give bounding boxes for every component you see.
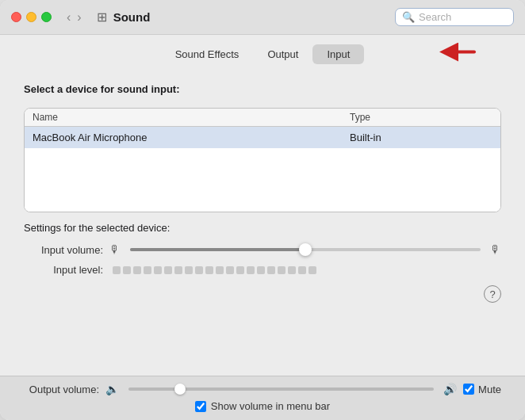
level-dot-12 [226,266,234,274]
input-level-row: Input level: [24,264,501,276]
table-row[interactable]: MacBook Air Microphone Built-in [25,127,500,148]
level-dot-1 [113,266,121,274]
output-volume-thumb[interactable] [174,384,186,395]
level-dot-11 [216,266,224,274]
vol-high-icon: 🔊 [443,383,457,395]
level-dot-4 [144,266,151,274]
settings-section: Settings for the selected device: Input … [24,222,501,303]
search-box[interactable]: 🔍 [395,8,514,26]
show-volume-checkbox[interactable] [195,401,206,412]
back-button[interactable]: ‹ [64,11,73,24]
help-row: ? [24,285,501,303]
input-volume-track[interactable] [130,248,481,251]
level-dot-20 [308,266,316,274]
vol-low-icon: 🔈 [105,383,119,395]
maximize-button[interactable] [41,12,52,22]
input-volume-row: Input volume: 🎙 🎙 [24,243,501,256]
help-button[interactable]: ? [484,285,501,303]
output-volume-row: Output volume: 🔈 🔊 Mute [24,383,501,395]
level-dot-8 [185,266,193,274]
level-dot-7 [174,266,182,274]
output-volume-track[interactable] [128,388,434,391]
tab-output[interactable]: Output [253,44,312,64]
minimize-button[interactable] [26,12,36,22]
level-dot-2 [123,266,131,274]
level-dot-13 [236,266,244,274]
level-dot-14 [247,266,255,274]
table-header: Name Type [25,109,500,127]
menubar-label: Show volume in menu bar [211,400,330,412]
mute-row: Mute [463,384,501,395]
search-icon: 🔍 [402,11,415,23]
input-volume-label: Input volume: [24,244,103,256]
forward-button[interactable]: › [75,11,83,24]
device-name-cell: MacBook Air Microphone [33,132,350,143]
main-window: ‹ › ⊞ Sound 🔍 Sound Effects Output Input [0,0,525,420]
tabs-row: Sound Effects Output Input [0,35,525,71]
col-type-header: Type [350,112,492,123]
content-area: Select a device for sound input: Name Ty… [0,71,525,376]
level-dot-9 [195,266,203,274]
device-section-title: Select a device for sound input: [24,83,501,95]
level-dot-15 [257,266,265,274]
level-dot-17 [278,266,285,274]
bottom-bar: Output volume: 🔈 🔊 Mute Show volume in m… [0,376,525,420]
level-dot-10 [205,266,213,274]
search-input[interactable] [419,11,506,23]
level-dot-19 [298,266,306,274]
tab-sound-effects[interactable]: Sound Effects [161,44,254,64]
mic-small-icon: 🎙 [109,243,121,256]
grid-icon[interactable]: ⊞ [97,10,107,25]
device-table: Name Type MacBook Air Microphone Built-i… [24,108,501,212]
settings-title: Settings for the selected device: [24,222,501,234]
device-type-cell: Built-in [350,132,492,143]
tab-input[interactable]: Input [312,44,364,64]
mute-checkbox[interactable] [463,384,474,395]
arrow-icon [439,40,477,63]
nav-buttons: ‹ › [64,11,84,24]
input-volume-thumb[interactable] [299,243,312,256]
level-dot-18 [288,266,296,274]
mute-label: Mute [478,384,501,395]
output-volume-label: Output volume: [24,384,99,395]
level-dot-16 [267,266,275,274]
close-button[interactable] [11,12,21,22]
titlebar: ‹ › ⊞ Sound 🔍 [0,0,525,35]
input-level-dots [113,266,498,274]
level-dot-5 [154,266,162,274]
arrow-indicator [439,40,477,65]
table-empty-area [25,148,500,212]
traffic-lights [11,12,52,22]
level-dot-6 [164,266,172,274]
window-title: Sound [113,10,389,24]
menubar-row: Show volume in menu bar [24,400,501,412]
col-name-header: Name [33,112,350,123]
mic-large-icon: 🎙 [490,243,501,256]
input-level-label: Input level: [24,264,103,276]
level-dot-3 [133,266,141,274]
